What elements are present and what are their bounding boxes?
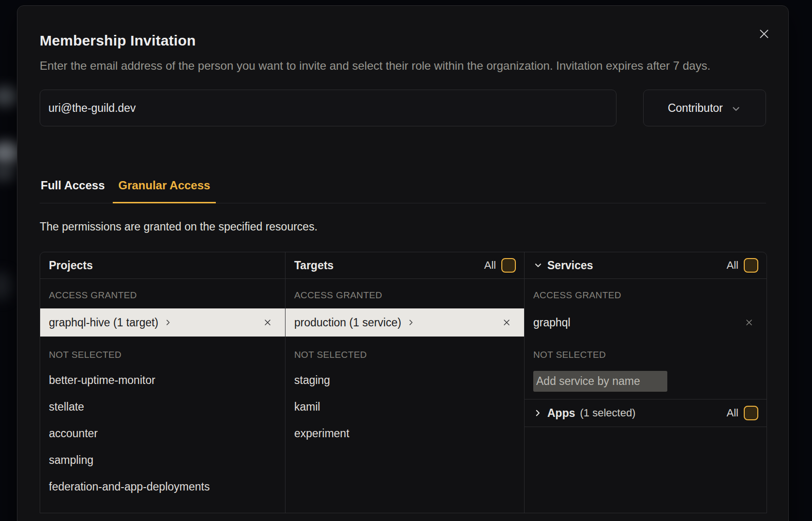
chevron-down-icon: [731, 104, 741, 114]
project-item[interactable]: federation-and-app-deployments: [40, 474, 285, 500]
granted-project-name: graphql-hive (1 target): [49, 316, 158, 329]
add-service-input[interactable]: [533, 371, 667, 392]
granted-service-row[interactable]: graphql: [525, 308, 767, 337]
email-input[interactable]: [40, 90, 617, 126]
target-item[interactable]: experiment: [286, 420, 524, 447]
services-column-header[interactable]: Services All: [525, 252, 767, 279]
membership-invitation-dialog: Membership Invitation Enter the email ad…: [17, 5, 789, 521]
targets-column: Targets All ACCESS GRANTED production (1…: [285, 252, 524, 513]
projects-list: better-uptime-monitor stellate accounter…: [40, 367, 285, 500]
target-item[interactable]: staging: [286, 367, 524, 394]
role-select-value: Contributor: [668, 102, 723, 115]
apps-all-label: All: [727, 407, 738, 419]
granted-target-name: production (1 service): [294, 316, 401, 329]
services-column-title: Services: [547, 259, 593, 272]
close-button[interactable]: [756, 26, 772, 42]
dialog-title: Membership Invitation: [40, 6, 766, 49]
remove-icon: [263, 318, 272, 327]
apps-row[interactable]: Apps (1 selected) All: [525, 399, 767, 427]
projects-column: Projects ACCESS GRANTED graphql-hive (1 …: [40, 252, 285, 513]
not-selected-label: NOT SELECTED: [286, 349, 524, 361]
background-blur-blob: [0, 86, 18, 107]
chevron-right-icon: [164, 319, 172, 326]
granted-target-row[interactable]: production (1 service): [286, 308, 524, 337]
chevron-right-icon: [533, 409, 542, 417]
services-all-checkbox[interactable]: [744, 258, 758, 273]
remove-project-button[interactable]: [263, 318, 272, 327]
chevron-down-icon: [533, 260, 543, 270]
access-granted-label: ACCESS GRANTED: [286, 290, 524, 301]
projects-column-title: Projects: [49, 259, 93, 272]
targets-column-header: Targets All: [286, 252, 524, 279]
invite-row: Contributor: [40, 90, 766, 126]
access-tabs: Full Access Granular Access: [40, 179, 766, 203]
access-granted-label: ACCESS GRANTED: [40, 290, 285, 301]
apps-title: Apps: [547, 407, 575, 420]
permissions-note: The permissions are granted on the speci…: [40, 220, 766, 233]
remove-icon: [502, 318, 511, 327]
targets-column-title: Targets: [294, 259, 333, 272]
remove-service-button[interactable]: [744, 318, 754, 327]
apps-all-checkbox[interactable]: [744, 406, 758, 420]
services-all-label: All: [727, 259, 738, 272]
granted-service-name: graphql: [533, 316, 571, 329]
tab-granular-access[interactable]: Granular Access: [113, 179, 216, 203]
project-item[interactable]: accounter: [40, 420, 285, 447]
apps-selected-count: (1 selected): [580, 407, 636, 419]
services-column: Services All ACCESS GRANTED graphql NOT …: [524, 252, 767, 513]
tab-full-access[interactable]: Full Access: [40, 179, 106, 203]
project-item[interactable]: better-uptime-monitor: [40, 367, 285, 394]
dialog-description: Enter the email address of the person yo…: [40, 56, 766, 75]
targets-all-checkbox[interactable]: [501, 258, 516, 273]
close-icon: [758, 28, 770, 40]
access-granted-label: ACCESS GRANTED: [525, 290, 767, 301]
projects-column-header: Projects: [40, 252, 285, 279]
targets-all-label: All: [484, 259, 496, 272]
not-selected-label: NOT SELECTED: [40, 349, 285, 361]
project-item[interactable]: sampling: [40, 447, 285, 474]
remove-icon: [744, 318, 754, 327]
role-select[interactable]: Contributor: [643, 90, 766, 126]
target-item[interactable]: kamil: [286, 394, 524, 420]
granted-project-row[interactable]: graphql-hive (1 target): [40, 308, 285, 337]
background-blur-blob: [0, 165, 15, 181]
remove-target-button[interactable]: [502, 318, 511, 327]
chevron-right-icon: [407, 319, 415, 326]
background-blur-blob: [0, 271, 13, 300]
not-selected-label: NOT SELECTED: [525, 349, 767, 361]
project-item[interactable]: stellate: [40, 394, 285, 420]
targets-list: staging kamil experiment: [286, 367, 524, 447]
resources-table: Projects ACCESS GRANTED graphql-hive (1 …: [40, 252, 767, 513]
